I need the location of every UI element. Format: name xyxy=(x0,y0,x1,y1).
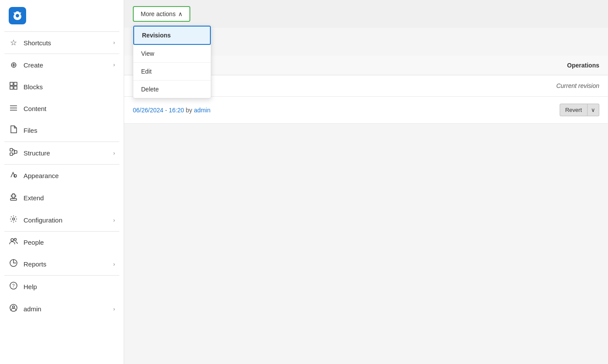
sidebar-item-blocks[interactable]: Blocks xyxy=(0,76,124,98)
svg-rect-2 xyxy=(10,86,13,89)
svg-rect-15 xyxy=(10,199,17,200)
more-actions-label: More actions xyxy=(141,10,176,17)
svg-rect-3 xyxy=(14,86,17,89)
sidebar-reports-label: Reports xyxy=(24,260,108,268)
configuration-chevron: › xyxy=(113,217,115,223)
more-actions-chevron-icon: ∧ xyxy=(178,10,182,17)
revert-btn-group: Revert ∨ xyxy=(560,104,599,116)
sidebar-people-label: People xyxy=(24,239,115,246)
drupal-logo[interactable] xyxy=(9,7,26,24)
sidebar-item-extend[interactable]: Extend xyxy=(0,187,124,209)
by-text-2: by xyxy=(186,107,194,114)
svg-point-17 xyxy=(11,239,14,241)
structure-icon xyxy=(9,148,18,158)
sidebar-files-label: Files xyxy=(24,127,115,134)
top-toolbar: More actions ∧ xyxy=(124,0,608,28)
create-icon: ⊕ xyxy=(9,60,18,70)
sidebar-configuration-label: Configuration xyxy=(24,216,108,224)
revision-date-link-2[interactable]: 06/26/2024 - 16:20 xyxy=(133,107,184,114)
sidebar-appearance-label: Appearance xyxy=(24,172,115,179)
configuration-icon xyxy=(9,215,18,225)
sidebar-item-create[interactable]: ⊕ Create › xyxy=(0,54,124,76)
current-revision-text: Current revision xyxy=(556,82,599,89)
sidebar-item-people[interactable]: People xyxy=(0,232,124,253)
sidebar-content-label: Content xyxy=(24,105,115,112)
view-label: View xyxy=(141,50,154,57)
sidebar-item-shortcuts[interactable]: ☆ Shortcuts › xyxy=(0,32,124,54)
sidebar-item-configuration[interactable]: Configuration › xyxy=(0,209,124,231)
dropdown-item-revisions[interactable]: Revisions xyxy=(133,26,211,45)
sidebar-item-structure[interactable]: Structure › xyxy=(0,142,124,164)
revision-meta-2: 06/26/2024 - 16:20 by admin xyxy=(133,107,210,114)
people-icon xyxy=(9,238,18,247)
sidebar-create-label: Create xyxy=(24,61,108,69)
revert-button[interactable]: Revert xyxy=(560,104,588,116)
svg-rect-8 xyxy=(10,153,13,155)
svg-text:?: ? xyxy=(12,283,15,288)
sidebar-blocks-label: Blocks xyxy=(24,83,115,91)
table-row: 06/26/2024 - 16:20 by admin Revert ∨ xyxy=(124,97,608,124)
main-content: More actions ∧ Revisions View Edit Delet… xyxy=(124,0,608,364)
appearance-icon xyxy=(9,171,18,181)
admin-chevron: › xyxy=(113,306,115,312)
logo-area xyxy=(0,0,124,31)
dropdown-item-edit[interactable]: Edit xyxy=(133,63,211,81)
more-actions-button[interactable]: More actions ∧ xyxy=(133,6,190,22)
admin-icon xyxy=(9,304,18,314)
operations-header: Operations xyxy=(567,62,599,69)
delete-label: Delete xyxy=(141,86,159,93)
blocks-icon xyxy=(9,82,18,92)
svg-point-18 xyxy=(14,239,17,241)
reports-chevron: › xyxy=(113,261,115,267)
files-icon xyxy=(9,125,18,135)
svg-rect-7 xyxy=(10,148,13,151)
extend-icon xyxy=(9,193,18,203)
sidebar: ☆ Shortcuts › ⊕ Create › Blocks xyxy=(0,0,124,364)
revisions-label: Revisions xyxy=(142,32,171,39)
revision-user-link-2[interactable]: admin xyxy=(194,107,210,114)
sidebar-structure-label: Structure xyxy=(24,149,108,157)
svg-rect-1 xyxy=(14,82,17,85)
structure-chevron: › xyxy=(113,150,115,156)
sidebar-admin-label: admin xyxy=(24,305,108,313)
revision-ops-2: Revert ∨ xyxy=(560,104,599,116)
shortcuts-chevron: › xyxy=(113,40,115,46)
dropdown-menu: Revisions View Edit Delete xyxy=(133,25,211,98)
help-icon: ? xyxy=(9,282,18,292)
dropdown-item-view[interactable]: View xyxy=(133,45,211,63)
create-chevron: › xyxy=(113,62,115,68)
sidebar-shortcuts-label: Shortcuts xyxy=(24,39,108,47)
content-icon xyxy=(9,104,18,113)
shortcuts-icon: ☆ xyxy=(9,38,18,47)
svg-point-16 xyxy=(13,218,15,220)
svg-rect-0 xyxy=(10,82,13,85)
sidebar-help-label: Help xyxy=(24,283,115,290)
sidebar-item-reports[interactable]: Reports › xyxy=(0,253,124,275)
sidebar-extend-label: Extend xyxy=(24,194,115,202)
sidebar-item-appearance[interactable]: Appearance xyxy=(0,165,124,187)
sidebar-item-admin[interactable]: admin › xyxy=(0,298,124,320)
revision-ops-1: Current revision xyxy=(556,82,599,89)
sidebar-item-help[interactable]: ? Help xyxy=(0,276,124,298)
sidebar-item-content[interactable]: Content xyxy=(0,98,124,119)
svg-point-23 xyxy=(13,306,15,308)
revert-dropdown-button[interactable]: ∨ xyxy=(588,104,599,116)
dropdown-item-delete[interactable]: Delete xyxy=(133,81,211,98)
svg-rect-9 xyxy=(14,151,17,153)
sidebar-item-files[interactable]: Files xyxy=(0,119,124,142)
edit-label: Edit xyxy=(141,68,152,75)
reports-icon xyxy=(9,259,18,269)
